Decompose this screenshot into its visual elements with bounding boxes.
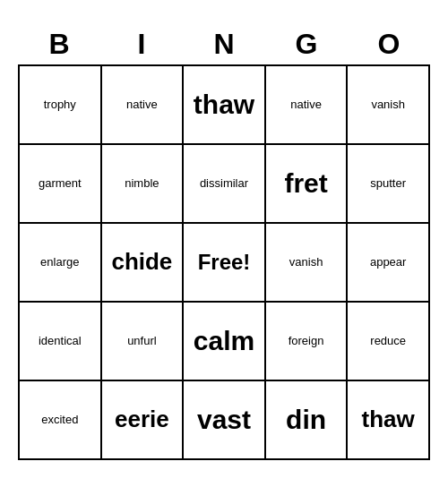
cell-3-2: calm [184,303,266,381]
header-letter-N: N [183,28,265,61]
cell-4-1: eerie [102,381,185,460]
cell-0-3: native [266,66,349,145]
bingo-grid: trophynativethawnativevanishgarmentnimbl… [18,64,430,460]
grid-row-2: enlargechideFree!vanishappear [20,224,430,303]
cell-3-0: identical [20,303,102,381]
cell-1-3: fret [266,145,349,224]
grid-row-3: identicalunfurlcalmforeignreduce [20,303,430,381]
cell-4-3: din [266,381,349,460]
grid-row-4: excitedeerievastdinthaw [20,381,430,460]
grid-row-0: trophynativethawnativevanish [20,66,430,145]
cell-0-0: trophy [20,66,102,145]
header-letter-I: I [100,28,183,61]
cell-4-2: vast [184,381,266,460]
cell-4-0: excited [20,381,102,460]
cell-1-0: garment [20,145,102,224]
cell-1-1: nimble [102,145,185,224]
cell-2-1: chide [102,224,185,303]
cell-3-4: reduce [348,303,430,381]
cell-4-4: thaw [348,381,430,460]
cell-2-2: Free! [184,224,266,303]
cell-2-0: enlarge [20,224,102,303]
cell-1-2: dissimilar [184,145,266,224]
cell-2-4: appear [348,224,430,303]
cell-0-1: native [102,66,185,145]
cell-1-4: sputter [348,145,430,224]
bingo-header: BINGO [18,28,430,61]
header-letter-G: G [265,28,348,61]
cell-2-3: vanish [266,224,349,303]
cell-3-3: foreign [266,303,349,381]
bingo-card: BINGO trophynativethawnativevanishgarmen… [18,28,430,460]
cell-3-1: unfurl [102,303,185,381]
grid-row-1: garmentnimbledissimilarfretsputter [20,145,430,224]
cell-0-2: thaw [184,66,266,145]
cell-0-4: vanish [348,66,430,145]
header-letter-B: B [18,28,100,61]
header-letter-O: O [348,28,430,61]
